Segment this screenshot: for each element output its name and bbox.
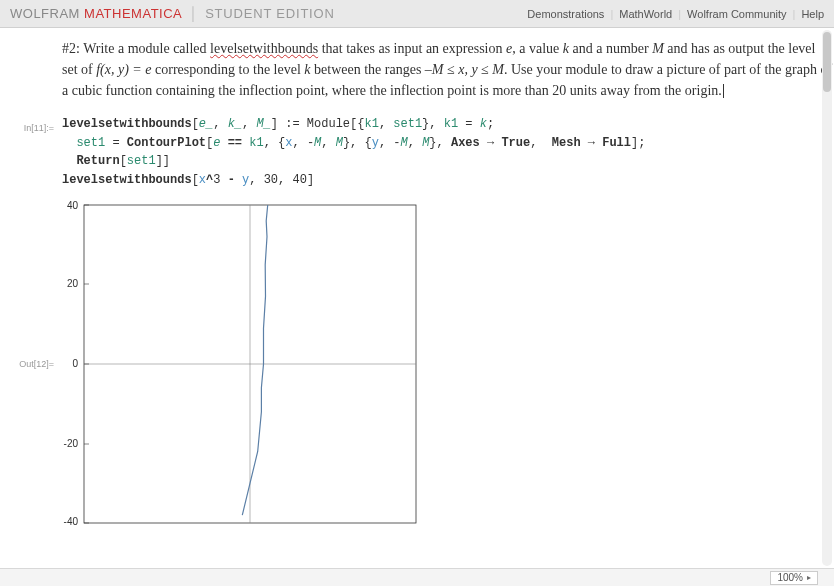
text-cell[interactable]: #2: Write a module called levelsetwithbo… <box>0 28 834 115</box>
zoom-control[interactable]: 100% ▸ <box>770 571 818 585</box>
ytick-m40: -40 <box>64 516 79 527</box>
zoom-value: 100% <box>777 572 803 583</box>
notebook-content: #2: Write a module called levelsetwithbo… <box>0 28 834 568</box>
text-cursor <box>722 83 724 98</box>
ytick-40: 40 <box>67 200 79 211</box>
link-mathworld[interactable]: MathWorld <box>619 8 672 20</box>
brand: WOLFRAM MATHEMATICA │ STUDENT EDITION <box>10 6 335 21</box>
link-community[interactable]: Wolfram Community <box>687 8 786 20</box>
out-label: Out[12]= <box>19 359 54 369</box>
problem-prefix: #2: Write a module called <box>62 41 210 56</box>
plot-output[interactable]: 40 20 0 -20 -40 <box>62 199 834 533</box>
link-sep: | <box>793 8 796 20</box>
link-demonstrations[interactable]: Demonstrations <box>527 8 604 20</box>
code-block[interactable]: levelsetwithbounds[e_, k_, M_] := Module… <box>62 115 834 189</box>
scrollbar-vertical[interactable] <box>822 30 832 566</box>
ytick-m20: -20 <box>64 438 79 449</box>
output-cell: Out[12]= 40 20 0 -20 -40 <box>0 193 834 533</box>
brand-edition: STUDENT EDITION <box>205 6 335 21</box>
link-sep: | <box>610 8 613 20</box>
problem-modname: levelsetwithbounds <box>210 41 318 56</box>
zoom-dropdown-icon: ▸ <box>807 573 811 582</box>
top-bar: WOLFRAM MATHEMATICA │ STUDENT EDITION De… <box>0 0 834 28</box>
problem-text[interactable]: #2: Write a module called levelsetwithbo… <box>62 38 834 101</box>
brand-divider: │ <box>189 6 198 21</box>
input-cell[interactable]: In[11]:= levelsetwithbounds[e_, k_, M_] … <box>0 115 834 189</box>
ytick-0: 0 <box>72 358 78 369</box>
link-sep: | <box>678 8 681 20</box>
status-bar: 100% ▸ <box>0 568 834 586</box>
contour-curve <box>242 205 267 515</box>
brand-mathematica: MATHEMATICA <box>84 6 182 21</box>
link-help[interactable]: Help <box>801 8 824 20</box>
top-links: Demonstrations | MathWorld | Wolfram Com… <box>527 8 824 20</box>
brand-wolfram: WOLFRAM <box>10 6 80 21</box>
in-label: In[11]:= <box>24 123 54 133</box>
ytick-20: 20 <box>67 278 79 289</box>
scrollbar-thumb[interactable] <box>823 32 831 92</box>
contour-plot: 40 20 0 -20 -40 <box>62 199 422 529</box>
